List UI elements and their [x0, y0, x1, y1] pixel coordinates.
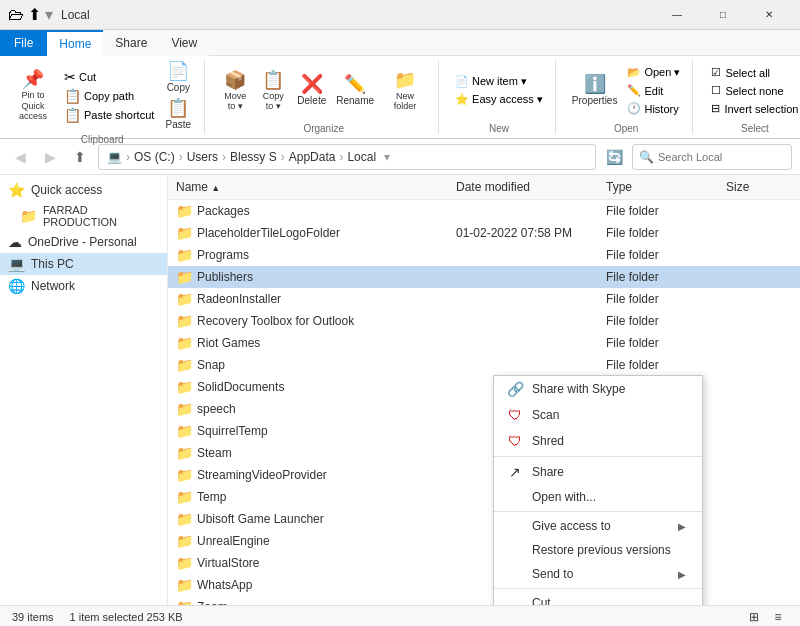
window-controls: — □ ✕: [654, 0, 792, 30]
grid-view-button[interactable]: ⊞: [744, 608, 764, 626]
main-area: ⭐ Quick access 📁 FARRAD PRODUCTION ☁ One…: [0, 175, 800, 605]
ctx-scan[interactable]: 🛡 Scan: [494, 402, 702, 428]
list-item[interactable]: 📁PlaceholderTileLogoFolder 01-02-2022 07…: [168, 222, 800, 244]
ctx-restore-versions[interactable]: Restore previous versions: [494, 538, 702, 562]
copy-button[interactable]: 📄 Copy: [160, 60, 196, 95]
list-item-publishers[interactable]: 📁Publishers File folder: [168, 266, 800, 288]
rename-button[interactable]: ✏️ Rename: [332, 73, 378, 108]
list-item[interactable]: 📁StreamingVideoProvider File folder: [168, 464, 800, 486]
ctx-share-skype[interactable]: 🔗 Share with Skype: [494, 376, 702, 402]
list-item[interactable]: 📁Temp File folder: [168, 486, 800, 508]
refresh-button[interactable]: 🔄: [602, 145, 626, 169]
list-item[interactable]: 📁Recovery Toolbox for Outlook File folde…: [168, 310, 800, 332]
tab-home[interactable]: Home: [47, 30, 103, 56]
cloud-icon: ☁: [8, 234, 22, 250]
history-button[interactable]: 🕐 History: [623, 101, 684, 116]
item-count: 39 items: [12, 611, 54, 623]
back-button: ◀: [8, 145, 32, 169]
list-view-button[interactable]: ≡: [768, 608, 788, 626]
context-menu: 🔗 Share with Skype 🛡 Scan 🛡 Shred ↗ Shar…: [493, 375, 703, 605]
cut-button[interactable]: ✂ Cut: [60, 68, 158, 86]
select-all-button[interactable]: ☑ Select all: [705, 64, 800, 81]
organize-content: 📦 Moveto ▾ 📋 Copyto ▾ ❌ Delete ✏️ Rename…: [217, 60, 430, 121]
ctx-cut[interactable]: Cut: [494, 591, 702, 605]
ctx-separator: [494, 456, 702, 457]
maximize-button[interactable]: □: [700, 0, 746, 30]
easy-access-button[interactable]: ⭐ Easy access ▾: [451, 92, 547, 107]
sidebar-item-farrad[interactable]: 📁 FARRAD PRODUCTION: [0, 201, 167, 231]
select-buttons: ☑ Select all ☐ Select none ⊟ Invert sele…: [705, 64, 800, 117]
ctx-open-with[interactable]: Open with...: [494, 485, 702, 509]
edit-button[interactable]: ✏️ Edit: [623, 83, 684, 98]
ribbon-group-new: 📄 New item ▾ ⭐ Easy access ▾ New: [451, 60, 556, 134]
scan-icon: 🛡: [506, 407, 524, 423]
list-item-whatsapp[interactable]: 📁WhatsApp File folder: [168, 574, 800, 596]
sidebar-item-quick-access[interactable]: ⭐ Quick access: [0, 179, 167, 201]
paste-button[interactable]: 📋 Paste: [160, 97, 196, 132]
ctx-send-to[interactable]: Send to ▶: [494, 562, 702, 586]
network-icon: 🌐: [8, 278, 25, 294]
select-none-button[interactable]: ☐ Select none: [705, 82, 800, 99]
col-header-size[interactable]: Size: [718, 177, 798, 197]
sidebar-item-network[interactable]: 🌐 Network: [0, 275, 167, 297]
list-item[interactable]: 📁speech File folder: [168, 398, 800, 420]
ribbon-tabs: File Home Share View: [0, 30, 800, 56]
sidebar-item-this-pc[interactable]: 💻 This PC: [0, 253, 167, 275]
list-item[interactable]: 📁SolidDocuments File folder: [168, 376, 800, 398]
file-list: Name ▲ Date modified Type Size 📁Packages…: [168, 175, 800, 605]
invert-selection-button[interactable]: ⊟ Invert selection: [705, 100, 800, 117]
list-item[interactable]: 📁UnrealEngine File folder: [168, 530, 800, 552]
copy-to-button[interactable]: 📋 Copyto ▾: [255, 69, 291, 113]
list-item[interactable]: 📁Ubisoft Game Launcher File folder: [168, 508, 800, 530]
file-list-header: Name ▲ Date modified Type Size: [168, 175, 800, 200]
tab-view[interactable]: View: [159, 30, 209, 56]
list-item[interactable]: 📁SquirrelTemp File folder: [168, 420, 800, 442]
ribbon-group-organize: 📦 Moveto ▾ 📋 Copyto ▾ ❌ Delete ✏️ Rename…: [217, 60, 439, 134]
new-folder-button[interactable]: 📁 Newfolder: [380, 69, 430, 113]
properties-button[interactable]: ℹ️ Properties: [568, 73, 622, 108]
list-item[interactable]: 📁Programs File folder: [168, 244, 800, 266]
search-input[interactable]: [658, 151, 785, 163]
selected-info: 1 item selected 253 KB: [70, 611, 183, 623]
tab-share[interactable]: Share: [103, 30, 159, 56]
share-skype-icon: 🔗: [506, 381, 524, 397]
ctx-give-access[interactable]: Give access to ▶: [494, 514, 702, 538]
list-item[interactable]: 📁RadeonInstaller File folder: [168, 288, 800, 310]
new-item-button[interactable]: 📄 New item ▾: [451, 74, 547, 89]
ctx-shred[interactable]: 🛡 Shred: [494, 428, 702, 454]
paste-shortcut-button[interactable]: 📋 Paste shortcut: [60, 106, 158, 124]
search-icon: 🔍: [639, 150, 654, 164]
star-icon: ⭐: [8, 182, 25, 198]
breadcrumb[interactable]: 💻 › OS (C:) › Users › Blessy S › AppData…: [98, 144, 596, 170]
tab-file[interactable]: File: [0, 30, 47, 56]
col-header-name[interactable]: Name ▲: [168, 177, 448, 197]
ribbon: File Home Share View 📌 Pin to Quickacces…: [0, 30, 800, 139]
list-item[interactable]: 📁VirtualStore File folder: [168, 552, 800, 574]
pin-button[interactable]: 📌 Pin to Quickaccess: [8, 68, 58, 124]
search-box[interactable]: 🔍: [632, 144, 792, 170]
col-header-type[interactable]: Type: [598, 177, 718, 197]
ribbon-group-clipboard: 📌 Pin to Quickaccess ✂ Cut 📋 Copy path 📋…: [8, 60, 205, 134]
sidebar-item-onedrive[interactable]: ☁ OneDrive - Personal: [0, 231, 167, 253]
col-header-date[interactable]: Date modified: [448, 177, 598, 197]
list-item[interactable]: 📁Snap File folder: [168, 354, 800, 376]
computer-icon: 💻: [8, 256, 25, 272]
address-bar: ◀ ▶ ⬆ 💻 › OS (C:) › Users › Blessy S › A…: [0, 139, 800, 175]
list-item[interactable]: 📁Packages File folder: [168, 200, 800, 222]
delete-button[interactable]: ❌ Delete: [293, 73, 330, 108]
minimize-button[interactable]: —: [654, 0, 700, 30]
ctx-share[interactable]: ↗ Share: [494, 459, 702, 485]
forward-button: ▶: [38, 145, 62, 169]
list-item-riot-games[interactable]: 📁Riot Games File folder: [168, 332, 800, 354]
open-button[interactable]: 📂 Open ▾: [623, 65, 684, 80]
shred-icon: 🛡: [506, 433, 524, 449]
clipboard-content: 📌 Pin to Quickaccess ✂ Cut 📋 Copy path 📋…: [8, 60, 196, 132]
list-item-steam[interactable]: 📁Steam File folder: [168, 442, 800, 464]
ribbon-content: 📌 Pin to Quickaccess ✂ Cut 📋 Copy path 📋…: [0, 56, 800, 138]
close-button[interactable]: ✕: [746, 0, 792, 30]
up-button[interactable]: ⬆: [68, 145, 92, 169]
move-to-button[interactable]: 📦 Moveto ▾: [217, 69, 253, 113]
list-item[interactable]: 📁Zoom File folder: [168, 596, 800, 605]
copy-path-button[interactable]: 📋 Copy path: [60, 87, 158, 105]
ribbon-group-open: ℹ️ Properties 📂 Open ▾ ✏️ Edit 🕐 History: [568, 60, 694, 134]
